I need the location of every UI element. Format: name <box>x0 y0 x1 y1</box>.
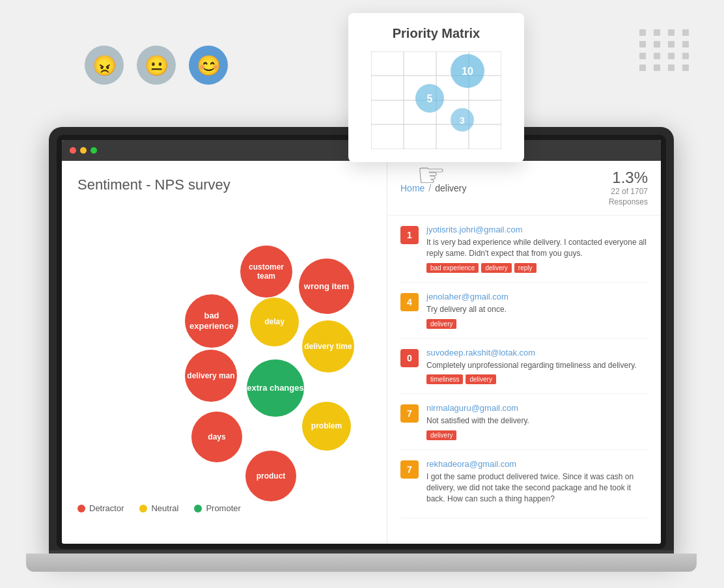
response-item: 7nirmalaguru@gmail.comNot satisfied with… <box>400 394 648 450</box>
chart-title: Sentiment - NPS survey <box>77 176 371 193</box>
response-text: Try delivery all at once. <box>426 304 648 315</box>
response-tags: timelinessdelivery <box>426 374 648 384</box>
priority-matrix-popup: Priority Matrix 10 5 3 <box>348 13 524 162</box>
bubble-customer-team: customer team <box>240 245 292 298</box>
bubble-extra-changes: extra changes <box>247 359 304 417</box>
bubble-days: days <box>191 412 242 462</box>
neutral-face-icon: 😐 <box>137 46 176 85</box>
response-tag: timeliness <box>426 374 463 384</box>
score-badge: 7 <box>400 460 419 479</box>
stats-count: 22 of 1707Responses <box>609 187 648 207</box>
response-text: Not satisfied with the delivery. <box>426 415 648 427</box>
bubble-product: product <box>245 451 296 501</box>
bubble-problem: problem <box>302 402 351 451</box>
neutral-label: Neutral <box>151 503 178 513</box>
close-dot[interactable] <box>70 147 76 154</box>
hand-cursor-icon: ☞ <box>417 156 446 194</box>
response-text: I got the same product delivered twice. … <box>426 471 648 504</box>
response-tag: delivery <box>426 430 456 440</box>
svg-text:5: 5 <box>427 93 433 104</box>
laptop-screen: Sentiment - NPS survey customer teamwron… <box>62 140 661 544</box>
svg-text:3: 3 <box>460 115 465 126</box>
response-text: Completely unprofessional regarding time… <box>426 360 648 371</box>
response-body: nirmalaguru@gmail.comNot satisfied with … <box>426 403 648 440</box>
response-tag: delivery <box>481 263 511 273</box>
response-tag: delivery <box>426 319 456 329</box>
minimize-dot[interactable] <box>80 147 87 154</box>
response-text: It is very bad experience while delivery… <box>426 237 648 259</box>
response-tags: delivery <box>426 430 648 440</box>
priority-matrix-grid: 10 5 3 <box>371 51 501 149</box>
response-tag: delivery <box>466 374 495 384</box>
right-panel: Home / delivery 1.3% 22 of 1707Responses <box>387 161 661 544</box>
happy-face-icon: 😊 <box>189 46 228 85</box>
response-list: 1jyotisrits.johri@gmail.comIt is very ba… <box>387 216 661 518</box>
response-tags: bad experiencedeliveryreply <box>426 263 648 273</box>
response-email[interactable]: suvodeep.rakshit@lotak.com <box>426 348 648 357</box>
promoter-label: Promoter <box>206 503 240 513</box>
response-item: 0suvodeep.rakshit@lotak.comCompletely un… <box>400 339 648 395</box>
bubble-bad-experience: bad experience <box>185 294 238 348</box>
neutral-dot <box>139 505 147 512</box>
score-badge: 1 <box>400 226 419 244</box>
chart-legend: Detractor Neutral Promoter <box>77 503 371 513</box>
laptop-bezel: Sentiment - NPS survey customer teamwron… <box>57 135 666 549</box>
stats-area: 1.3% 22 of 1707Responses <box>609 169 648 207</box>
response-body: suvodeep.rakshit@lotak.comCompletely unp… <box>426 348 648 385</box>
stats-percent: 1.3% <box>609 169 648 187</box>
score-badge: 4 <box>400 293 419 311</box>
response-item: 1jyotisrits.johri@gmail.comIt is very ba… <box>400 216 648 283</box>
score-badge: 7 <box>400 404 419 423</box>
legend-neutral: Neutral <box>139 503 178 513</box>
decorative-grid <box>639 29 691 71</box>
response-email[interactable]: jyotisrits.johri@gmail.com <box>426 225 648 234</box>
response-body: jyotisrits.johri@gmail.comIt is very bad… <box>426 225 648 273</box>
left-panel: Sentiment - NPS survey customer teamwron… <box>62 161 387 544</box>
detractor-dot <box>77 505 85 512</box>
bubble-delivery-time: delivery time <box>302 320 354 372</box>
response-email[interactable]: rekhadeora@gmail.com <box>426 459 648 469</box>
angry-face-icon: 😠 <box>85 46 124 85</box>
maximize-dot[interactable] <box>90 147 97 154</box>
response-tag: reply <box>514 263 536 273</box>
laptop-base <box>26 553 697 572</box>
bubble-chart: customer teamwrong itembad experiencedel… <box>77 206 364 493</box>
legend-detractor: Detractor <box>77 503 124 513</box>
response-item: 4jenolaher@gmail.comTry delivery all at … <box>400 283 648 339</box>
score-badge: 0 <box>400 349 419 367</box>
bubble-wrong-item: wrong item <box>299 259 354 314</box>
response-tags: delivery <box>426 319 648 329</box>
bubble-delay: delay <box>250 298 299 346</box>
promoter-dot <box>194 505 202 512</box>
priority-matrix-title: Priority Matrix <box>361 26 511 41</box>
laptop-shell: Sentiment - NPS survey customer teamwron… <box>49 127 674 557</box>
response-tag: bad experience <box>426 263 479 273</box>
svg-text:10: 10 <box>462 66 473 77</box>
response-item: 7rekhadeora@gmail.comI got the same prod… <box>400 450 648 518</box>
response-body: jenolaher@gmail.comTry delivery all at o… <box>426 292 648 329</box>
legend-promoter: Promoter <box>194 503 240 513</box>
priority-matrix-svg: 10 5 3 <box>371 51 501 149</box>
bubble-delivery-man: delivery man <box>185 350 237 402</box>
response-body: rekhadeora@gmail.comI got the same produ… <box>426 459 648 508</box>
response-email[interactable]: nirmalaguru@gmail.com <box>426 403 648 413</box>
emoji-faces-row: 😠 😐 😊 <box>85 46 228 85</box>
response-email[interactable]: jenolaher@gmail.com <box>426 292 648 301</box>
detractor-label: Detractor <box>89 503 124 513</box>
